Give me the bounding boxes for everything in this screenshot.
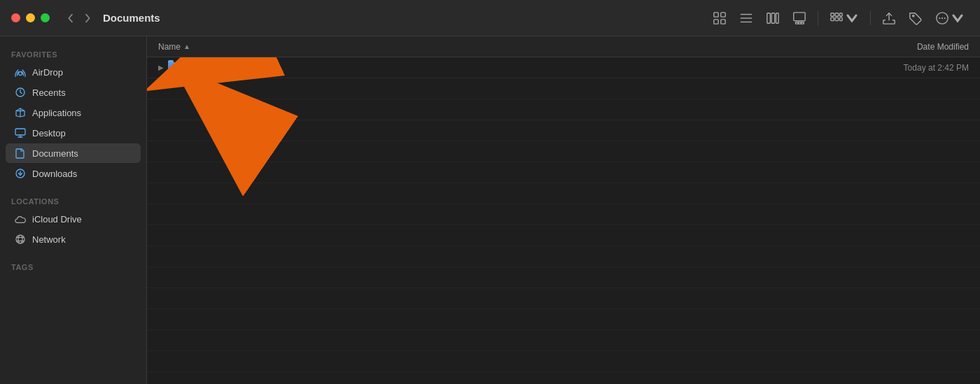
svg-rect-30	[15, 129, 25, 135]
toolbar-divider-1	[818, 11, 818, 25]
empty-row	[147, 120, 980, 141]
sidebar-item-applications-label: Applications	[32, 108, 81, 118]
sidebar-item-applications[interactable]: Applications	[6, 103, 141, 122]
svg-rect-7	[767, 13, 771, 23]
svg-point-26	[19, 72, 22, 76]
maximize-button[interactable]	[41, 13, 50, 22]
empty-row	[147, 183, 980, 204]
locations-label: Locations	[0, 192, 146, 208]
window-title: Documents	[103, 12, 708, 24]
applications-icon	[14, 106, 27, 119]
sidebar-item-documents[interactable]: Documents	[6, 143, 141, 163]
empty-row	[147, 162, 980, 183]
group-button[interactable]	[825, 8, 863, 28]
nav-buttons	[64, 12, 94, 24]
close-button[interactable]	[11, 13, 20, 22]
svg-point-23	[939, 17, 940, 18]
svg-rect-13	[802, 22, 804, 24]
back-button[interactable]	[64, 12, 78, 24]
svg-rect-17	[835, 17, 839, 21]
toolbar-actions	[708, 8, 969, 28]
sidebar-item-desktop[interactable]: Desktop	[6, 123, 141, 143]
sidebar-item-network[interactable]: Network	[6, 229, 141, 249]
tag-button[interactable]	[904, 8, 927, 28]
empty-row	[147, 225, 980, 246]
favorites-label: Favorites	[0, 45, 146, 62]
empty-row	[147, 267, 980, 288]
empty-row	[147, 204, 980, 225]
table-row[interactable]: ▶ Zoom Today at 2:42 PM	[147, 57, 980, 78]
folder-icon	[168, 61, 182, 75]
date-column-header[interactable]: Date Modified	[843, 42, 969, 52]
file-name: Zoom	[186, 62, 843, 73]
svg-point-36	[18, 235, 22, 243]
sidebar: Favorites AirDrop Re	[0, 36, 147, 384]
sort-arrow: ▲	[183, 43, 190, 50]
empty-row	[147, 288, 980, 309]
documents-icon	[14, 147, 27, 159]
file-list: ▶ Zoom Today at 2:42 PM	[147, 57, 980, 384]
svg-point-24	[941, 17, 943, 18]
content-area: Name ▲ Date Modified	[147, 36, 980, 384]
list-view-button[interactable]	[735, 8, 757, 28]
toolbar-divider-2	[870, 11, 871, 25]
empty-row	[147, 309, 980, 330]
svg-rect-3	[721, 19, 725, 23]
column-view-button[interactable]	[762, 8, 784, 28]
sidebar-item-downloads-label: Downloads	[32, 169, 77, 179]
sidebar-item-documents-label: Documents	[32, 148, 78, 159]
desktop-icon	[14, 127, 27, 139]
svg-point-25	[944, 17, 946, 18]
sidebar-item-desktop-label: Desktop	[32, 128, 66, 138]
sidebar-item-recents-label: Recents	[32, 87, 66, 98]
empty-row	[147, 99, 980, 120]
sidebar-item-icloud-label: iCloud Drive	[32, 214, 82, 225]
svg-rect-0	[714, 12, 718, 16]
empty-row	[147, 141, 980, 162]
svg-rect-1	[721, 12, 725, 16]
tags-label: Tags	[0, 257, 146, 274]
downloads-icon	[14, 167, 27, 180]
airdrop-icon	[14, 66, 27, 78]
svg-point-35	[16, 235, 24, 243]
svg-rect-19	[840, 17, 843, 21]
svg-rect-2	[714, 19, 718, 23]
sidebar-item-icloud[interactable]: iCloud Drive	[6, 209, 141, 229]
main-layout: Favorites AirDrop Re	[0, 36, 980, 384]
svg-rect-10	[794, 12, 805, 20]
svg-point-21	[913, 15, 914, 16]
content-header: Name ▲ Date Modified	[147, 36, 980, 57]
empty-row	[147, 78, 980, 99]
sidebar-item-downloads[interactable]: Downloads	[6, 164, 141, 183]
svg-rect-16	[835, 13, 839, 16]
network-icon	[14, 233, 27, 246]
empty-row	[147, 351, 980, 372]
empty-row	[147, 246, 980, 267]
more-button[interactable]	[931, 8, 969, 28]
svg-rect-12	[799, 22, 802, 24]
gallery-view-button[interactable]	[788, 8, 811, 28]
expand-arrow[interactable]: ▶	[158, 64, 168, 71]
traffic-lights	[11, 13, 50, 22]
svg-rect-9	[776, 13, 779, 23]
svg-rect-11	[796, 22, 799, 24]
sidebar-item-network-label: Network	[32, 234, 66, 245]
minimize-button[interactable]	[26, 13, 35, 22]
file-date: Today at 2:42 PM	[843, 63, 969, 73]
sidebar-item-airdrop-label: AirDrop	[32, 67, 63, 78]
recents-icon	[14, 86, 27, 99]
name-column-header[interactable]: Name ▲	[158, 42, 843, 52]
forward-button[interactable]	[80, 12, 94, 24]
content-wrapper: ▶ Zoom Today at 2:42 PM	[147, 57, 980, 384]
sidebar-item-airdrop[interactable]: AirDrop	[6, 62, 141, 82]
title-bar: Documents	[0, 0, 980, 36]
svg-rect-18	[840, 13, 843, 16]
share-button[interactable]	[878, 8, 900, 28]
svg-rect-8	[771, 13, 775, 23]
empty-row	[147, 330, 980, 351]
icloud-icon	[14, 213, 27, 225]
svg-rect-15	[831, 17, 834, 21]
grid-view-button[interactable]	[708, 8, 731, 28]
svg-rect-14	[831, 13, 834, 16]
sidebar-item-recents[interactable]: Recents	[6, 83, 141, 102]
